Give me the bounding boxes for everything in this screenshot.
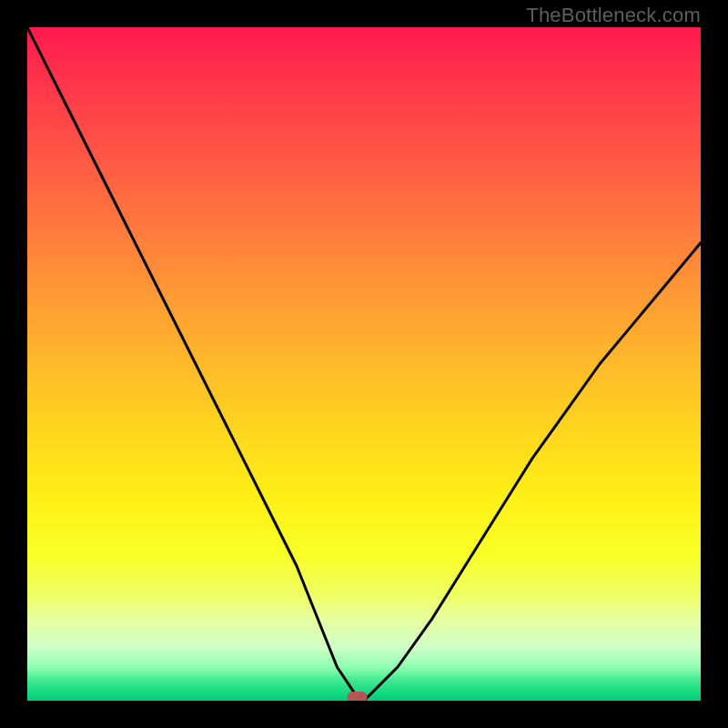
minimum-marker bbox=[348, 692, 368, 701]
bottleneck-curve bbox=[27, 27, 701, 701]
chart-frame: TheBottleneck.com bbox=[0, 0, 728, 728]
watermark-text: TheBottleneck.com bbox=[526, 4, 701, 27]
plot-area bbox=[27, 27, 701, 701]
curve-svg bbox=[27, 27, 701, 701]
